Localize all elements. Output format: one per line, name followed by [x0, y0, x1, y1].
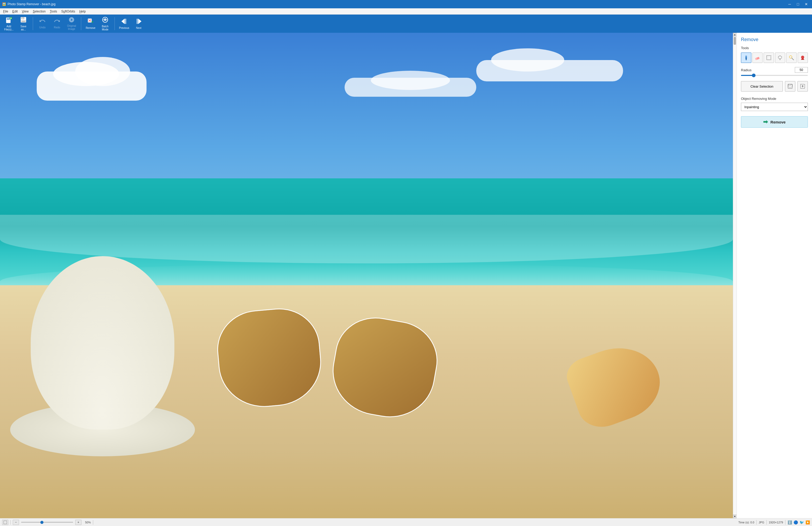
mode-select[interactable]: Inpainting Content-Aware Fill Solid Colo…: [741, 103, 808, 111]
remove-toolbar-button[interactable]: Remove: [84, 16, 97, 31]
remove-toolbar-label: Remove: [86, 27, 95, 30]
close-button[interactable]: ✕: [803, 1, 810, 8]
svg-rect-33: [801, 59, 804, 59]
facebook-icon[interactable]: 🔵: [794, 520, 798, 524]
toolbar: AddFile(s)... Saveas... Undo: [0, 15, 812, 33]
save-as-label: Saveas...: [20, 25, 27, 31]
menu-selection[interactable]: Selection: [31, 9, 48, 14]
menu-help[interactable]: Help: [77, 9, 88, 14]
svg-marker-14: [121, 19, 125, 24]
undo-icon: [39, 18, 45, 26]
original-image-button[interactable]: OriginalImage: [65, 16, 78, 31]
youtube-icon[interactable]: ▶️: [806, 520, 810, 524]
hat: [0, 202, 205, 469]
radius-slider-thumb[interactable]: [752, 74, 755, 77]
next-button[interactable]: Next: [132, 16, 145, 31]
title-bar-left: 🖼️ Photo Stamp Remover - beach.jpg: [2, 2, 55, 6]
svg-rect-2: [7, 19, 10, 20]
separator-status-5: [785, 520, 785, 525]
load-selection-button[interactable]: [797, 81, 808, 91]
batch-mode-button[interactable]: BatchMode: [98, 16, 112, 31]
tool-eraser[interactable]: [752, 52, 763, 63]
zoom-slider-thumb[interactable]: [40, 521, 43, 524]
svg-rect-37: [789, 85, 790, 86]
add-files-icon: [5, 16, 13, 25]
dimensions-label: 1920×1279: [769, 521, 783, 524]
radius-value[interactable]: 50: [795, 67, 808, 73]
scroll-thumb[interactable]: [734, 37, 736, 45]
tool-lasso[interactable]: [775, 52, 785, 63]
beach-image: [0, 33, 733, 518]
restore-button[interactable]: □: [794, 1, 801, 8]
tool-rectangle[interactable]: [764, 52, 774, 63]
twitter-icon[interactable]: 🐦: [799, 520, 804, 524]
zoom-slider-track[interactable]: [21, 522, 73, 523]
cloud-2: [476, 42, 623, 81]
original-image-label: OriginalImage: [67, 25, 76, 31]
scroll-down-button[interactable]: ▼: [733, 514, 737, 518]
svg-rect-34: [801, 59, 804, 60]
separator-status-3: [756, 520, 757, 525]
undo-button[interactable]: Undo: [36, 16, 49, 31]
canvas-scrollbar: ▲ ▼: [733, 33, 737, 518]
svg-rect-5: [11, 18, 11, 19]
menu-view[interactable]: View: [20, 9, 31, 14]
tool-magic-wand[interactable]: [786, 52, 797, 63]
menu-file[interactable]: File: [1, 9, 10, 14]
menu-bar: File Edit View Selection Tools SoftOrbit…: [0, 8, 812, 15]
save-as-button[interactable]: Saveas...: [17, 16, 30, 31]
flip-flops: [205, 251, 462, 446]
tool-stamp[interactable]: [798, 52, 808, 63]
svg-rect-24: [767, 56, 771, 60]
tool-marker[interactable]: [741, 52, 751, 63]
scroll-track[interactable]: [733, 36, 737, 514]
clear-selection-button[interactable]: Clear Selection: [741, 81, 783, 91]
separator-status-2: [93, 520, 93, 525]
redo-icon: [54, 18, 60, 26]
canvas-area[interactable]: [0, 33, 733, 518]
radius-slider-container[interactable]: [741, 75, 808, 76]
info-icon[interactable]: ℹ️: [787, 520, 792, 524]
svg-rect-17: [136, 19, 138, 24]
separator-1: [33, 17, 33, 30]
zoom-in-button[interactable]: +: [75, 520, 82, 525]
main-content: ▲ ▼ Remove Tools: [0, 33, 812, 518]
redo-button[interactable]: Redo: [50, 16, 64, 31]
app-icon: 🖼️: [2, 2, 6, 6]
separator-2: [81, 17, 81, 30]
menu-softorbits[interactable]: SoftOrbits: [59, 9, 77, 14]
app-title: Photo Stamp Remover - beach.jpg: [8, 2, 55, 6]
undo-label: Undo: [39, 26, 45, 29]
previous-button[interactable]: Previous: [117, 16, 131, 31]
zoom-out-button[interactable]: −: [13, 520, 19, 525]
remove-arrow-icon: ➡: [763, 119, 768, 125]
zoom-out-icon: −: [15, 520, 17, 524]
batch-mode-label: BatchMode: [102, 25, 108, 31]
svg-rect-19: [745, 58, 747, 60]
batch-mode-icon: [102, 16, 109, 25]
radius-slider-track[interactable]: [741, 75, 808, 76]
menu-edit[interactable]: Edit: [10, 9, 20, 14]
menu-tools[interactable]: Tools: [48, 9, 59, 14]
right-panel: Remove Tools: [737, 33, 812, 518]
add-files-button[interactable]: AddFile(s)...: [2, 16, 16, 31]
remove-button[interactable]: ➡ Remove: [741, 116, 808, 127]
next-icon: [134, 18, 143, 26]
zoom-slider-container: [21, 522, 73, 523]
previous-label: Previous: [119, 27, 129, 30]
tools-section-label: Tools: [741, 46, 808, 50]
status-bar: − + 50% Time (s): 0.0 JPG 1920×1279 ℹ️ 🔵…: [0, 518, 812, 526]
minimize-button[interactable]: ─: [786, 1, 793, 8]
scroll-up-button[interactable]: ▲: [733, 33, 737, 36]
svg-rect-38: [788, 87, 792, 88]
save-selection-button[interactable]: [785, 81, 795, 91]
selection-tool-status[interactable]: [2, 520, 8, 525]
svg-marker-16: [138, 19, 141, 24]
remove-button-label: Remove: [770, 120, 785, 124]
zoom-in-icon: +: [77, 520, 79, 524]
tools-row: [741, 52, 808, 63]
svg-line-26: [792, 58, 794, 60]
time-label: Time (s): 0.0: [738, 521, 754, 524]
svg-point-27: [789, 56, 792, 58]
next-label: Next: [136, 27, 142, 30]
